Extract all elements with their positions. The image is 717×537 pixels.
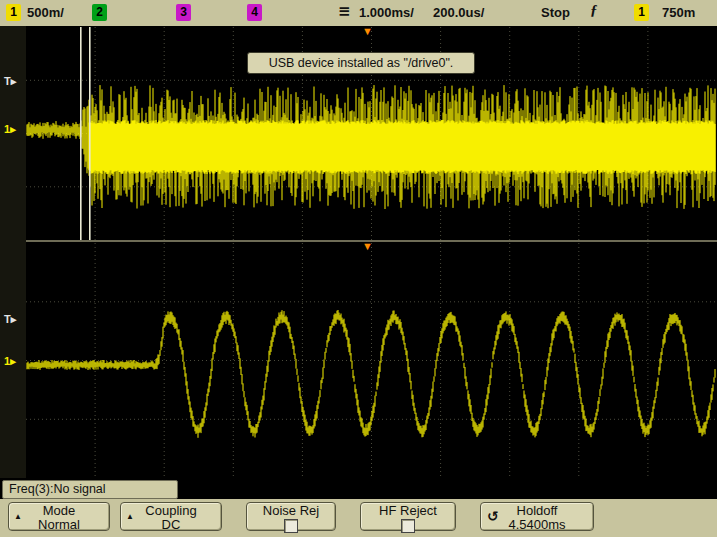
main-timebase: 1.000ms/: [359, 5, 414, 20]
display-area: T▸ 1▸ T▸ 1▸ ▼ ▼ USB device installed as …: [0, 26, 717, 499]
marker-arrow-icon: ▸: [11, 75, 17, 87]
channel-1-badge: 1: [6, 4, 21, 21]
trigger-source-badge: 1: [634, 4, 649, 21]
run-state: Stop: [541, 5, 570, 20]
trigger-level: 750m: [662, 5, 695, 20]
softkey-label: HF Reject: [361, 504, 455, 518]
softkey-value: Normal: [9, 518, 109, 531]
softkey-mode[interactable]: ▲ Mode Normal: [8, 502, 110, 531]
usb-status-toast: USB device installed as "/drive0".: [247, 52, 475, 74]
softkey-label: Noise Rej: [247, 504, 335, 518]
trigger-level-marker-main: T▸: [4, 76, 16, 87]
status-bar: 1 500m/ 2 3 4 ≡ 1.000ms/ 200.0us/ Stop ƒ…: [0, 0, 717, 26]
pane-divider: [0, 240, 717, 242]
menu-arrow-icon: ▲: [14, 513, 22, 521]
softkey-label: Mode: [9, 504, 109, 518]
channel-3-badge: 3: [176, 4, 191, 21]
delayed-timebase: 200.0us/: [433, 5, 484, 20]
softkey-noise-rej[interactable]: Noise Rej: [246, 502, 336, 531]
rotate-knob-icon: ↺: [487, 509, 499, 523]
marker-arrow-icon: ▸: [10, 355, 16, 367]
softkey-row: ▲ Mode Normal ▲ Coupling DC Noise Rej HF…: [0, 499, 717, 537]
softkey-holdoff[interactable]: ↺ Holdoff 4.5400ms: [480, 502, 594, 531]
ground-marker-main: 1▸: [4, 124, 16, 135]
channel-4-badge: 4: [247, 4, 262, 21]
softkey-value: DC: [121, 518, 221, 531]
zoom-waveform-pane: [26, 243, 717, 478]
channel-2-badge: 2: [92, 4, 107, 21]
hf-reject-checkbox[interactable]: [401, 519, 415, 533]
left-gutter: T▸ 1▸ T▸ 1▸: [0, 26, 26, 478]
ground-marker-zoom: 1▸: [4, 356, 16, 367]
menu-arrow-icon: ▲: [126, 513, 134, 521]
softkey-coupling[interactable]: ▲ Coupling DC: [120, 502, 222, 531]
softkey-label: Coupling: [121, 504, 221, 518]
marker-arrow-icon: ▸: [10, 123, 16, 135]
freq-readout: Freq(3):No signal: [2, 480, 178, 499]
trigger-edge-icon: ƒ: [590, 2, 598, 19]
trigger-level-marker-zoom: T▸: [4, 314, 16, 325]
trigger-position-marker-zoom: ▼: [362, 241, 373, 252]
softkey-hf-reject[interactable]: HF Reject: [360, 502, 456, 531]
trigger-position-marker-main: ▼: [362, 26, 373, 37]
timebase-icon: ≡: [338, 2, 351, 20]
marker-arrow-icon: ▸: [11, 313, 17, 325]
channel-1-scale: 500m/: [27, 5, 64, 20]
noise-rej-checkbox[interactable]: [284, 519, 298, 533]
